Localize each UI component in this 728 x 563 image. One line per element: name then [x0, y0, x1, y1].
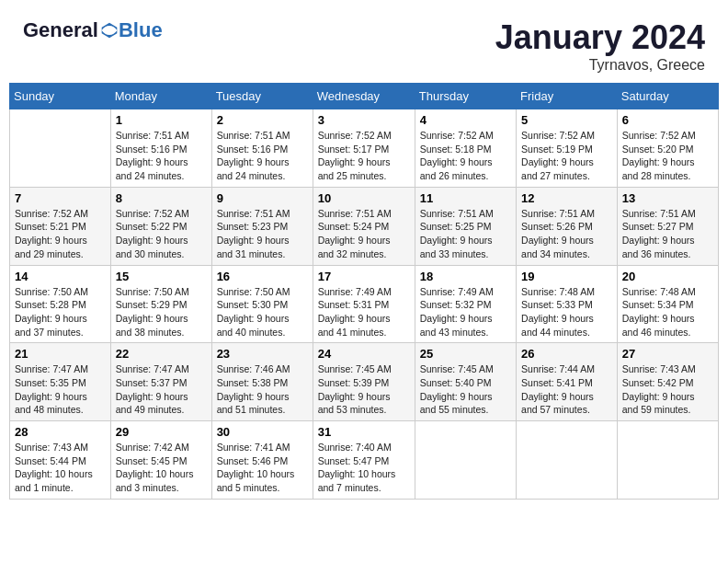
day-info: Sunrise: 7:43 AM Sunset: 5:42 PM Dayligh…: [622, 362, 713, 417]
day-info: Sunrise: 7:43 AM Sunset: 5:44 PM Dayligh…: [15, 441, 106, 495]
calendar-day-cell: 26Sunrise: 7:44 AM Sunset: 5:41 PM Dayli…: [517, 343, 618, 421]
calendar-header-row: SundayMondayTuesdayWednesdayThursdayFrid…: [10, 84, 719, 109]
day-number: 28: [15, 425, 106, 439]
day-info: Sunrise: 7:52 AM Sunset: 5:20 PM Dayligh…: [622, 129, 713, 183]
day-number: 19: [521, 270, 612, 283]
day-info: Sunrise: 7:52 AM Sunset: 5:22 PM Dayligh…: [116, 207, 207, 261]
calendar-day-cell: 23Sunrise: 7:46 AM Sunset: 5:38 PM Dayli…: [211, 343, 313, 421]
day-number: 14: [15, 270, 106, 283]
day-number: 30: [217, 425, 308, 439]
day-info: Sunrise: 7:51 AM Sunset: 5:24 PM Dayligh…: [318, 207, 410, 261]
day-info: Sunrise: 7:40 AM Sunset: 5:47 PM Dayligh…: [318, 441, 410, 495]
day-number: 26: [521, 347, 612, 361]
day-number: 13: [622, 191, 713, 205]
calendar-day-cell: 16Sunrise: 7:50 AM Sunset: 5:30 PM Dayli…: [211, 265, 313, 343]
calendar-table: SundayMondayTuesdayWednesdayThursdayFrid…: [9, 83, 719, 500]
day-number: 29: [116, 425, 207, 439]
calendar-day-cell: 24Sunrise: 7:45 AM Sunset: 5:39 PM Dayli…: [313, 343, 415, 421]
day-info: Sunrise: 7:50 AM Sunset: 5:28 PM Dayligh…: [15, 285, 106, 339]
day-number: 31: [318, 425, 410, 439]
day-number: 10: [318, 191, 410, 205]
day-of-week-header: Monday: [110, 84, 211, 109]
calendar-day-cell: 9Sunrise: 7:51 AM Sunset: 5:23 PM Daylig…: [211, 187, 313, 265]
day-info: Sunrise: 7:52 AM Sunset: 5:19 PM Dayligh…: [521, 129, 612, 183]
calendar-week-row: 21Sunrise: 7:47 AM Sunset: 5:35 PM Dayli…: [10, 343, 719, 421]
logo-general: General: [23, 18, 98, 42]
day-number: 18: [420, 270, 511, 283]
calendar-day-cell: [517, 421, 618, 500]
logo-icon: [100, 21, 119, 40]
calendar-day-cell: 31Sunrise: 7:40 AM Sunset: 5:47 PM Dayli…: [313, 421, 415, 500]
day-of-week-header: Thursday: [415, 84, 516, 109]
day-number: 3: [318, 113, 410, 127]
day-number: 8: [116, 191, 207, 205]
calendar-week-row: 28Sunrise: 7:43 AM Sunset: 5:44 PM Dayli…: [10, 421, 719, 500]
day-info: Sunrise: 7:50 AM Sunset: 5:30 PM Dayligh…: [217, 285, 308, 339]
day-number: 23: [217, 347, 308, 361]
calendar-day-cell: 10Sunrise: 7:51 AM Sunset: 5:24 PM Dayli…: [313, 187, 415, 265]
day-info: Sunrise: 7:52 AM Sunset: 5:17 PM Dayligh…: [318, 129, 410, 183]
day-info: Sunrise: 7:51 AM Sunset: 5:16 PM Dayligh…: [116, 129, 207, 183]
calendar-week-row: 14Sunrise: 7:50 AM Sunset: 5:28 PM Dayli…: [10, 265, 719, 343]
calendar-day-cell: 3Sunrise: 7:52 AM Sunset: 5:17 PM Daylig…: [313, 109, 415, 188]
day-info: Sunrise: 7:51 AM Sunset: 5:25 PM Dayligh…: [420, 207, 511, 261]
calendar-day-cell: 20Sunrise: 7:48 AM Sunset: 5:34 PM Dayli…: [617, 265, 718, 343]
day-number: 24: [318, 347, 410, 361]
day-info: Sunrise: 7:45 AM Sunset: 5:40 PM Dayligh…: [420, 362, 511, 417]
logo: General Blue: [23, 18, 163, 42]
calendar-day-cell: [10, 109, 111, 188]
calendar-day-cell: 22Sunrise: 7:47 AM Sunset: 5:37 PM Dayli…: [110, 343, 211, 421]
day-info: Sunrise: 7:41 AM Sunset: 5:46 PM Dayligh…: [217, 441, 308, 495]
calendar-day-cell: 18Sunrise: 7:49 AM Sunset: 5:32 PM Dayli…: [415, 265, 516, 343]
day-number: 2: [217, 113, 308, 127]
calendar-day-cell: 6Sunrise: 7:52 AM Sunset: 5:20 PM Daylig…: [617, 109, 718, 188]
day-info: Sunrise: 7:51 AM Sunset: 5:27 PM Dayligh…: [622, 207, 713, 261]
calendar-day-cell: 29Sunrise: 7:42 AM Sunset: 5:45 PM Dayli…: [110, 421, 211, 500]
day-number: 20: [622, 270, 713, 283]
day-info: Sunrise: 7:51 AM Sunset: 5:26 PM Dayligh…: [521, 207, 612, 261]
calendar-day-cell: 5Sunrise: 7:52 AM Sunset: 5:19 PM Daylig…: [517, 109, 618, 188]
day-of-week-header: Friday: [517, 84, 618, 109]
calendar-day-cell: 30Sunrise: 7:41 AM Sunset: 5:46 PM Dayli…: [211, 421, 313, 500]
day-number: 4: [420, 113, 511, 127]
calendar-day-cell: 21Sunrise: 7:47 AM Sunset: 5:35 PM Dayli…: [10, 343, 111, 421]
day-number: 11: [420, 191, 511, 205]
day-number: 9: [217, 191, 308, 205]
day-number: 21: [15, 347, 106, 361]
calendar-day-cell: [617, 421, 718, 500]
location-subtitle: Tyrnavos, Greece: [495, 57, 705, 74]
month-title: January 2024: [495, 18, 705, 57]
logo-blue: Blue: [119, 18, 163, 42]
day-info: Sunrise: 7:52 AM Sunset: 5:18 PM Dayligh…: [420, 129, 511, 183]
day-info: Sunrise: 7:47 AM Sunset: 5:35 PM Dayligh…: [15, 362, 106, 417]
day-number: 25: [420, 347, 511, 361]
calendar-day-cell: 7Sunrise: 7:52 AM Sunset: 5:21 PM Daylig…: [10, 187, 111, 265]
calendar-day-cell: 11Sunrise: 7:51 AM Sunset: 5:25 PM Dayli…: [415, 187, 516, 265]
day-number: 17: [318, 270, 410, 283]
day-number: 1: [116, 113, 207, 127]
calendar-day-cell: 8Sunrise: 7:52 AM Sunset: 5:22 PM Daylig…: [110, 187, 211, 265]
day-info: Sunrise: 7:48 AM Sunset: 5:33 PM Dayligh…: [521, 285, 612, 339]
day-info: Sunrise: 7:50 AM Sunset: 5:29 PM Dayligh…: [116, 285, 207, 339]
day-info: Sunrise: 7:42 AM Sunset: 5:45 PM Dayligh…: [116, 441, 207, 495]
day-info: Sunrise: 7:45 AM Sunset: 5:39 PM Dayligh…: [318, 362, 410, 417]
day-of-week-header: Tuesday: [211, 84, 313, 109]
calendar-day-cell: 28Sunrise: 7:43 AM Sunset: 5:44 PM Dayli…: [10, 421, 111, 500]
calendar-day-cell: 19Sunrise: 7:48 AM Sunset: 5:33 PM Dayli…: [517, 265, 618, 343]
calendar-day-cell: 14Sunrise: 7:50 AM Sunset: 5:28 PM Dayli…: [10, 265, 111, 343]
day-number: 7: [15, 191, 106, 205]
day-info: Sunrise: 7:52 AM Sunset: 5:21 PM Dayligh…: [15, 207, 106, 261]
day-info: Sunrise: 7:48 AM Sunset: 5:34 PM Dayligh…: [622, 285, 713, 339]
day-of-week-header: Sunday: [10, 84, 111, 109]
calendar-day-cell: 4Sunrise: 7:52 AM Sunset: 5:18 PM Daylig…: [415, 109, 516, 188]
calendar-day-cell: 17Sunrise: 7:49 AM Sunset: 5:31 PM Dayli…: [313, 265, 415, 343]
day-info: Sunrise: 7:47 AM Sunset: 5:37 PM Dayligh…: [116, 362, 207, 417]
calendar-week-row: 1Sunrise: 7:51 AM Sunset: 5:16 PM Daylig…: [10, 109, 719, 188]
calendar-day-cell: 12Sunrise: 7:51 AM Sunset: 5:26 PM Dayli…: [517, 187, 618, 265]
day-of-week-header: Saturday: [617, 84, 718, 109]
calendar-day-cell: 25Sunrise: 7:45 AM Sunset: 5:40 PM Dayli…: [415, 343, 516, 421]
day-number: 5: [521, 113, 612, 127]
day-number: 6: [622, 113, 713, 127]
day-info: Sunrise: 7:51 AM Sunset: 5:16 PM Dayligh…: [217, 129, 308, 183]
calendar-day-cell: 1Sunrise: 7:51 AM Sunset: 5:16 PM Daylig…: [110, 109, 211, 188]
